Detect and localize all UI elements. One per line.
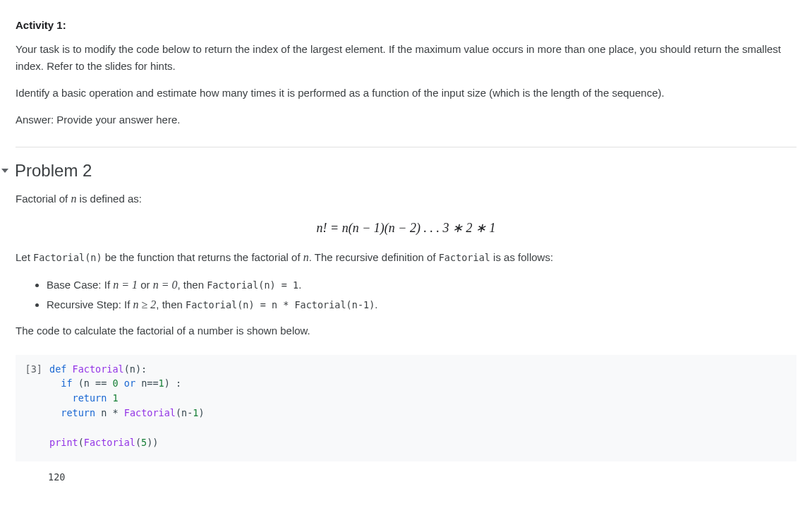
tok-rp2: ) — [164, 377, 170, 389]
rec-period: . — [375, 298, 377, 310]
tok-zero: 0 — [113, 377, 119, 389]
tok-def: def — [49, 363, 66, 375]
tok-lp4: ( — [78, 437, 84, 448]
tok-one1: 1 — [159, 377, 164, 389]
tok-fn-call1: Factorial — [124, 407, 176, 418]
tok-fn-def: Factorial — [73, 363, 124, 375]
tok-return2: return — [61, 407, 95, 418]
rec-code: Factorial(n) = n * Factorial(n-1) — [186, 299, 375, 310]
code-output-row: 120 — [16, 461, 796, 485]
tok-eq2: == — [147, 377, 158, 389]
tok-one2: 1 — [112, 392, 118, 404]
base-prefix: Base Case: If — [47, 279, 113, 291]
rec-then: , then — [156, 298, 186, 310]
code-output: 120 — [48, 470, 65, 485]
let-var-n: n — [303, 251, 309, 263]
tok-n4: n — [101, 407, 107, 418]
execution-count: [3] — [16, 359, 48, 377]
recursive-step-item: Recursive Step: If n ≥ 2, then Factorial… — [47, 296, 796, 314]
tok-rp1: ) — [135, 363, 141, 375]
closing-line: The code to calculate the factorial of a… — [16, 322, 796, 339]
tok-n1: n — [130, 363, 135, 375]
chevron-down-icon — [1, 169, 8, 173]
rec-math: n ≥ 2 — [133, 298, 157, 310]
tok-rp3: ) — [198, 407, 204, 418]
formula-lhs: n! = — [317, 221, 342, 235]
tok-lp2: ( — [78, 377, 84, 389]
let-p1: Let — [16, 251, 33, 263]
tok-colon2: : — [176, 377, 181, 389]
base-case-item: Base Case: If n = 1 or n = 0, then Facto… — [47, 276, 796, 294]
code-editor[interactable]: def Factorial(n): if (n == 0 or n==1) : … — [48, 359, 210, 458]
let-p4: is as follows: — [490, 251, 553, 263]
tok-colon1: : — [141, 363, 147, 375]
base-math-n0: n = 0 — [153, 279, 178, 291]
tok-eq1: == — [95, 377, 107, 389]
tok-if: if — [61, 377, 72, 389]
formula-lhs-text: n! = — [317, 221, 342, 235]
tok-rp5: ) — [152, 437, 158, 448]
tok-fn-call2: Factorial — [84, 437, 135, 448]
activity-1: Activity 1: Your task is to modify the c… — [16, 17, 796, 128]
section-toggle[interactable]: Problem 2 — [1, 157, 796, 184]
code-cell: [3] def Factorial(n): if (n == 0 or n==1… — [16, 355, 796, 485]
tok-lp5: ( — [135, 437, 141, 448]
let-paragraph: Let Factorial(n) be the function that re… — [16, 248, 796, 267]
base-then: , then — [178, 279, 207, 291]
activity-1-identify: Identify a basic operation and estimate … — [16, 85, 796, 102]
base-period: . — [298, 279, 301, 291]
let-p3: . The recursive definition of — [309, 251, 439, 263]
problem-2-section: Problem 2 Factorial of n is defined as: … — [16, 147, 796, 339]
tok-lp3: ( — [176, 407, 181, 418]
tok-lp1: ( — [124, 363, 130, 375]
problem-2-title: Problem 2 — [15, 157, 92, 184]
tok-return1: return — [73, 392, 107, 404]
intro-suffix: is defined as: — [76, 193, 142, 205]
let-code-factorial-n: Factorial(n) — [33, 252, 102, 263]
base-code: Factorial(n) = 1 — [207, 279, 298, 291]
tok-n2: n — [84, 377, 90, 389]
factorial-intro: Factorial of n is defined as: — [16, 190, 796, 208]
tok-or: or — [124, 377, 135, 389]
activity-1-heading: Activity 1: — [16, 17, 796, 34]
base-or: or — [138, 279, 153, 291]
let-p2: be the function that returns the factori… — [102, 251, 303, 263]
definition-list: Base Case: If n = 1 or n = 0, then Facto… — [16, 276, 796, 313]
rec-prefix: Recursive Step: If — [47, 298, 133, 310]
tok-star: * — [112, 407, 118, 418]
tok-five: 5 — [141, 437, 147, 448]
tok-n5: n — [181, 407, 187, 418]
let-code-factorial: Factorial — [439, 252, 490, 263]
code-input-row: [3] def Factorial(n): if (n == 0 or n==1… — [16, 355, 796, 462]
factorial-formula: n! = n(n − 1)(n − 2) . . . 3 ∗ 2 ∗ 1 — [16, 218, 796, 238]
tok-print: print — [49, 437, 78, 448]
activity-1-task: Your task is to modify the code below to… — [16, 41, 796, 75]
activity-1-answer: Answer: Provide your answer here. — [16, 111, 796, 128]
intro-prefix: Factorial of — [16, 193, 71, 205]
base-math-n1: n = 1 — [113, 279, 138, 291]
formula-rhs: n(n − 1)(n − 2) . . . 3 ∗ 2 ∗ 1 — [342, 221, 496, 235]
